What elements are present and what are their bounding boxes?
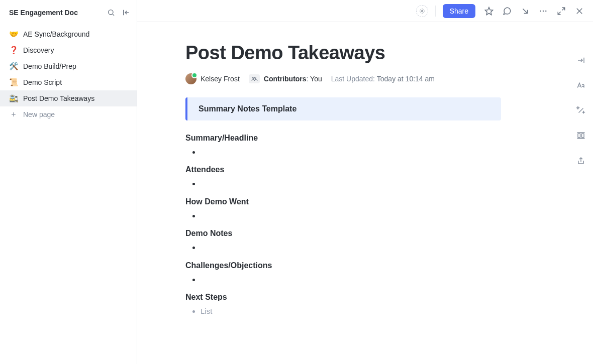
favorite-icon[interactable] [482, 5, 496, 18]
svg-point-9 [545, 10, 547, 12]
contributors-label: Contributors [264, 75, 307, 83]
section-heading: Next Steps [185, 293, 501, 302]
page-title[interactable]: Post Demo Takeaways [185, 42, 501, 64]
sidebar: SE Engagement Doc 🤝 AE Sync/Background ❓… [0, 0, 137, 364]
section-summary[interactable]: Summary/Headline [185, 134, 501, 159]
scroll-icon: 📜 [9, 78, 18, 87]
workspace-title[interactable]: SE Engagement Doc [9, 9, 78, 17]
sidebar-item-label: New page [23, 110, 55, 118]
topbar-actions [482, 5, 586, 18]
section-how-demo-went[interactable]: How Demo Went [185, 197, 501, 222]
question-icon: ❓ [9, 46, 18, 55]
main: Share Post Demo Takeaways [137, 0, 593, 364]
svg-point-14 [252, 77, 254, 78]
list-item[interactable] [201, 273, 501, 286]
svg-point-7 [540, 10, 541, 12]
owner-chip[interactable]: Kelsey Frost [185, 73, 240, 84]
search-icon[interactable] [106, 7, 117, 18]
sidebar-item-discovery[interactable]: ❓ Discovery [0, 42, 137, 58]
list-item[interactable] [201, 177, 501, 190]
section-next-steps[interactable]: Next Steps List [185, 293, 501, 318]
section-demo-notes[interactable]: Demo Notes [185, 229, 501, 254]
list-item[interactable] [201, 241, 501, 254]
sidebar-item-post-demo[interactable]: 🚉 Post Demo Takeaways [0, 90, 137, 106]
svg-line-6 [523, 9, 528, 13]
updated-label: Last Updated: [331, 75, 375, 83]
list-item[interactable] [201, 209, 501, 222]
collapse-sidebar-icon[interactable] [121, 7, 132, 18]
handshake-icon: 🤝 [9, 30, 18, 39]
close-icon[interactable] [573, 5, 586, 18]
contributors-value: You [310, 75, 322, 83]
export-icon[interactable] [574, 154, 588, 168]
document-content[interactable]: Post Demo Takeaways Kelsey Frost Contrib… [137, 22, 549, 355]
ai-assist-button[interactable] [416, 5, 428, 17]
section-attendees[interactable]: Attendees [185, 165, 501, 190]
sidebar-item-demo-build[interactable]: 🛠️ Demo Build/Prep [0, 58, 137, 74]
sidebar-item-demo-script[interactable]: 📜 Demo Script [0, 74, 137, 90]
section-heading: Demo Notes [185, 229, 501, 238]
sidebar-header: SE Engagement Doc [0, 4, 137, 23]
svg-line-11 [558, 12, 560, 14]
share-button[interactable]: Share [443, 4, 475, 18]
sidebar-item-label: Demo Script [23, 78, 62, 86]
comment-icon[interactable] [501, 5, 514, 18]
plus-icon: + [9, 110, 18, 118]
sidebar-item-ae-sync[interactable]: 🤝 AE Sync/Background [0, 26, 137, 42]
page-meta: Kelsey Frost Contributors: You Last Upda… [185, 73, 501, 84]
svg-line-1 [113, 14, 114, 16]
sidebar-header-actions [106, 7, 132, 18]
sidebar-new-page[interactable]: + New page [0, 106, 137, 123]
expand-icon[interactable] [555, 5, 568, 18]
sidebar-nav: 🤝 AE Sync/Background ❓ Discovery 🛠️ Demo… [0, 23, 137, 123]
magic-icon[interactable] [574, 103, 588, 117]
topbar: Share [137, 0, 593, 22]
sidebar-item-label: Demo Build/Prep [23, 62, 76, 70]
owner-name: Kelsey Frost [201, 75, 240, 83]
svg-point-8 [543, 10, 544, 12]
callout-block[interactable]: Summary Notes Template [185, 97, 501, 120]
list-item[interactable] [201, 146, 501, 159]
people-icon [249, 74, 260, 83]
download-arrow-icon[interactable] [519, 5, 532, 18]
svg-point-0 [109, 10, 113, 15]
divider [435, 6, 436, 17]
section-heading: Attendees [185, 165, 501, 174]
section-challenges[interactable]: Challenges/Objections [185, 261, 501, 286]
right-rail [574, 53, 588, 168]
block-icon[interactable] [574, 129, 588, 143]
callout-title: Summary Notes Template [199, 104, 490, 113]
station-icon: 🚉 [9, 94, 18, 103]
svg-marker-5 [485, 7, 493, 15]
avatar [185, 73, 196, 84]
section-heading: How Demo Went [185, 197, 501, 206]
last-updated: Last Updated: Today at 10:14 am [331, 75, 435, 83]
contributors-chip[interactable]: Contributors: You [249, 74, 322, 83]
updated-value: Today at 10:14 am [377, 75, 435, 83]
svg-rect-20 [578, 134, 580, 138]
tools-icon: 🛠️ [9, 62, 18, 71]
indent-icon[interactable] [574, 53, 588, 67]
sidebar-item-label: Discovery [23, 46, 54, 54]
typography-icon[interactable] [574, 78, 588, 92]
sidebar-item-label: Post Demo Takeaways [23, 94, 94, 102]
svg-point-4 [421, 10, 423, 12]
more-icon[interactable] [537, 5, 550, 18]
svg-point-15 [254, 77, 256, 78]
list-item[interactable]: List [201, 305, 501, 318]
sidebar-item-label: AE Sync/Background [23, 30, 89, 38]
section-heading: Challenges/Objections [185, 261, 501, 270]
svg-line-10 [562, 8, 565, 10]
content-scroll[interactable]: Post Demo Takeaways Kelsey Frost Contrib… [137, 22, 593, 364]
svg-rect-21 [582, 134, 584, 138]
section-heading: Summary/Headline [185, 134, 501, 143]
